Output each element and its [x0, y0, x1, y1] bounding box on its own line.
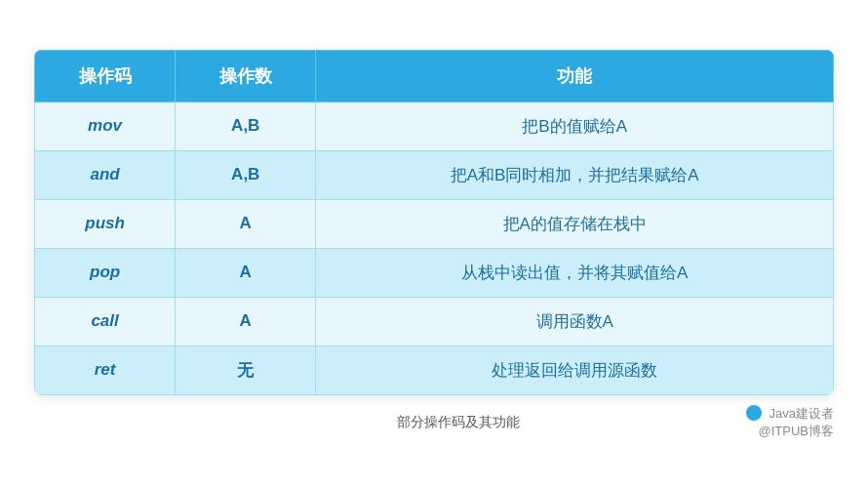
- cell-opcode: push: [35, 199, 176, 248]
- header-operand: 操作数: [176, 50, 316, 102]
- watermark: Java建设者 @ITPUB博客: [746, 405, 834, 440]
- cell-function: 把A和B同时相加，并把结果赋给A: [316, 150, 834, 199]
- table-row: andA,B把A和B同时相加，并把结果赋给A: [35, 150, 834, 199]
- cell-opcode: ret: [35, 346, 176, 394]
- cell-operand: A,B: [176, 102, 316, 150]
- table-row: popA从栈中读出值，并将其赋值给A: [35, 248, 834, 297]
- cell-opcode: call: [35, 297, 176, 346]
- cell-operand: 无: [176, 346, 316, 394]
- cell-function: 调用函数A: [316, 297, 834, 346]
- table-row: ret无处理返回给调用源函数: [35, 346, 834, 394]
- header-function: 功能: [316, 50, 834, 102]
- brand-name: Java建设者: [769, 406, 834, 421]
- table-header-row: 操作码 操作数 功能: [35, 50, 834, 102]
- table-row: movA,B把B的值赋给A: [35, 102, 834, 150]
- cell-opcode: mov: [35, 102, 176, 150]
- table-row: callA调用函数A: [35, 297, 834, 346]
- cell-opcode: pop: [35, 248, 176, 297]
- caption-text: 部分操作码及其功能: [171, 414, 746, 431]
- header-opcode: 操作码: [35, 50, 176, 102]
- cell-function: 从栈中读出值，并将其赋值给A: [316, 248, 834, 297]
- brand-icon: [746, 405, 762, 421]
- table-row: pushA把A的值存储在栈中: [35, 199, 834, 248]
- cell-operand: A: [176, 199, 316, 248]
- cell-operand: A: [176, 248, 316, 297]
- brand-handle: @ITPUB博客: [759, 424, 834, 438]
- cell-operand: A: [176, 297, 316, 346]
- cell-opcode: and: [35, 150, 176, 199]
- table-caption: 部分操作码及其功能 Java建设者 @ITPUB博客: [34, 405, 834, 440]
- cell-function: 把A的值存储在栈中: [316, 199, 834, 248]
- cell-function: 把B的值赋给A: [316, 102, 834, 150]
- cell-operand: A,B: [176, 150, 316, 199]
- cell-function: 处理返回给调用源函数: [316, 346, 834, 394]
- instruction-table: 操作码 操作数 功能 movA,B把B的值赋给AandA,B把A和B同时相加，并…: [34, 50, 834, 395]
